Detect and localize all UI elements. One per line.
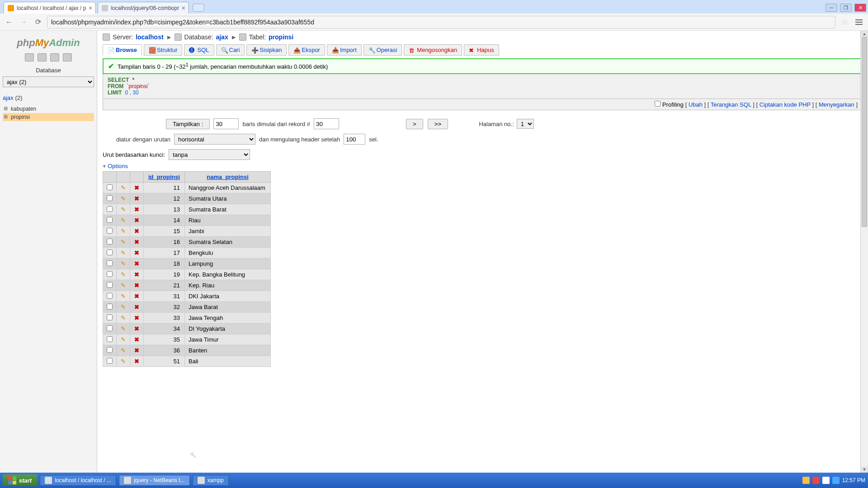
tab-operations[interactable]: 🔧Operasi bbox=[363, 44, 402, 56]
pencil-icon[interactable]: ✎ bbox=[121, 347, 126, 354]
minimize-button[interactable]: ─ bbox=[826, 4, 837, 12]
row-checkbox[interactable] bbox=[107, 314, 113, 320]
window-close-button[interactable]: ✕ bbox=[854, 4, 866, 12]
new-tab-button[interactable] bbox=[193, 4, 204, 12]
tab-drop[interactable]: ✖Hapus bbox=[464, 44, 499, 56]
sql-refresh-link[interactable]: Menyegarkan bbox=[819, 101, 854, 108]
breadcrumb-database[interactable]: ajax bbox=[216, 33, 228, 41]
taskbar-item[interactable]: xampp bbox=[193, 475, 229, 486]
page-select[interactable]: 1 bbox=[517, 119, 534, 129]
pencil-icon[interactable]: ✎ bbox=[121, 293, 126, 300]
delete-x-icon[interactable]: ✖ bbox=[134, 282, 139, 289]
row-checkbox[interactable] bbox=[107, 228, 113, 234]
scroll-thumb[interactable] bbox=[862, 37, 867, 227]
tab-import[interactable]: 📥Import bbox=[327, 44, 362, 56]
row-checkbox[interactable] bbox=[107, 358, 113, 364]
delete-x-icon[interactable]: ✖ bbox=[134, 184, 139, 191]
tray-icon[interactable] bbox=[812, 477, 820, 484]
delete-x-icon[interactable]: ✖ bbox=[134, 206, 139, 213]
breadcrumb-table[interactable]: propinsi bbox=[269, 33, 293, 41]
pencil-icon[interactable]: ✎ bbox=[121, 217, 126, 224]
pencil-icon[interactable]: ✎ bbox=[121, 314, 126, 321]
th-id[interactable]: id_propinsi bbox=[144, 172, 185, 183]
next-page-button[interactable]: > bbox=[406, 119, 423, 129]
database-select[interactable]: ajax (2) bbox=[3, 76, 94, 87]
pencil-icon[interactable]: ✎ bbox=[121, 336, 126, 343]
pencil-icon[interactable]: ✎ bbox=[121, 228, 126, 235]
row-checkbox[interactable] bbox=[107, 249, 113, 255]
tab-search[interactable]: 🔍Cari bbox=[216, 44, 245, 56]
logout-icon[interactable] bbox=[38, 53, 47, 61]
start-record-input[interactable] bbox=[314, 118, 339, 129]
row-checkbox[interactable] bbox=[107, 195, 113, 201]
start-button[interactable]: start bbox=[3, 474, 37, 486]
delete-x-icon[interactable]: ✖ bbox=[134, 239, 139, 245]
sort-key-select[interactable]: tanpa bbox=[169, 149, 250, 160]
pencil-icon[interactable]: ✎ bbox=[121, 239, 126, 245]
row-checkbox[interactable] bbox=[107, 325, 113, 331]
url-bar[interactable]: localhost/phpmyadmin/index.php?db=cisimp… bbox=[47, 16, 835, 28]
close-icon[interactable]: × bbox=[89, 5, 92, 11]
pencil-icon[interactable]: ✎ bbox=[121, 325, 126, 332]
row-checkbox[interactable] bbox=[107, 239, 113, 244]
tray-icon[interactable] bbox=[822, 477, 830, 484]
show-button[interactable]: Tampilkan : bbox=[166, 119, 210, 129]
delete-x-icon[interactable]: ✖ bbox=[134, 249, 139, 256]
pencil-icon[interactable]: ✎ bbox=[121, 260, 126, 267]
delete-x-icon[interactable]: ✖ bbox=[134, 325, 139, 332]
reload-button[interactable]: ⟳ bbox=[33, 17, 43, 28]
layout-select[interactable]: horisontal bbox=[174, 134, 255, 145]
taskbar-item[interactable]: jquery - NetBeans I... bbox=[119, 475, 190, 486]
sql-edit-link[interactable]: Ubah bbox=[689, 101, 703, 108]
maximize-button[interactable]: ❐ bbox=[840, 4, 852, 12]
row-checkbox[interactable] bbox=[107, 347, 113, 353]
tab-browse[interactable]: 📄Browse bbox=[103, 44, 142, 56]
tray-icon[interactable] bbox=[802, 477, 810, 484]
delete-x-icon[interactable]: ✖ bbox=[134, 271, 139, 278]
tab-empty[interactable]: 🗑Mengosongkan bbox=[404, 44, 462, 56]
delete-x-icon[interactable]: ✖ bbox=[134, 228, 139, 235]
tray-icon[interactable] bbox=[832, 477, 840, 484]
delete-x-icon[interactable]: ✖ bbox=[134, 336, 139, 343]
delete-x-icon[interactable]: ✖ bbox=[134, 314, 139, 321]
delete-x-icon[interactable]: ✖ bbox=[134, 195, 139, 202]
pencil-icon[interactable]: ✎ bbox=[121, 184, 126, 191]
taskbar-item[interactable]: localhost / localhost / ... bbox=[40, 475, 116, 486]
delete-x-icon[interactable]: ✖ bbox=[134, 347, 139, 354]
rows-input[interactable] bbox=[213, 118, 239, 129]
tab-export[interactable]: 📤Ekspor bbox=[288, 44, 325, 56]
pencil-icon[interactable]: ✎ bbox=[121, 282, 126, 289]
delete-x-icon[interactable]: ✖ bbox=[134, 217, 139, 224]
row-checkbox[interactable] bbox=[107, 206, 113, 212]
close-icon[interactable]: × bbox=[182, 5, 185, 11]
row-checkbox[interactable] bbox=[107, 260, 113, 266]
back-button[interactable]: ← bbox=[4, 17, 14, 28]
home-icon[interactable] bbox=[25, 53, 34, 61]
row-checkbox[interactable] bbox=[107, 282, 113, 288]
scroll-up-arrow[interactable]: ▲ bbox=[861, 31, 868, 37]
tab-insert[interactable]: ➕Sisipkan bbox=[246, 44, 287, 56]
pencil-icon[interactable]: ✎ bbox=[121, 304, 126, 310]
row-checkbox[interactable] bbox=[107, 293, 113, 299]
tab-structure[interactable]: 🧱Struktur bbox=[144, 44, 183, 56]
browser-menu-button[interactable] bbox=[854, 18, 864, 27]
browser-tab[interactable]: localhost/jquery/06-combopr × bbox=[98, 2, 189, 14]
repeat-header-input[interactable] bbox=[344, 134, 365, 145]
forward-button[interactable]: → bbox=[18, 17, 29, 28]
row-checkbox[interactable] bbox=[107, 304, 113, 310]
scroll-down-arrow[interactable]: ▼ bbox=[861, 466, 868, 473]
delete-x-icon[interactable]: ✖ bbox=[134, 293, 139, 300]
pencil-icon[interactable]: ✎ bbox=[121, 271, 126, 278]
browser-tab-active[interactable]: localhost / localhost / ajax / p × bbox=[4, 2, 96, 14]
tab-sql[interactable]: 🅢SQL bbox=[184, 44, 214, 56]
pencil-icon[interactable]: ✎ bbox=[121, 195, 126, 202]
pencil-icon[interactable]: ✎ bbox=[121, 206, 126, 213]
breadcrumb-server[interactable]: localhost bbox=[136, 33, 163, 41]
pencil-icon[interactable]: ✎ bbox=[121, 249, 126, 256]
sql-explain-link[interactable]: Terangkan SQL bbox=[711, 101, 751, 108]
last-page-button[interactable]: >> bbox=[428, 119, 448, 129]
row-checkbox[interactable] bbox=[107, 271, 113, 277]
row-checkbox[interactable] bbox=[107, 217, 113, 223]
delete-x-icon[interactable]: ✖ bbox=[134, 260, 139, 267]
db-name-link[interactable]: ajax (2) bbox=[3, 94, 94, 101]
